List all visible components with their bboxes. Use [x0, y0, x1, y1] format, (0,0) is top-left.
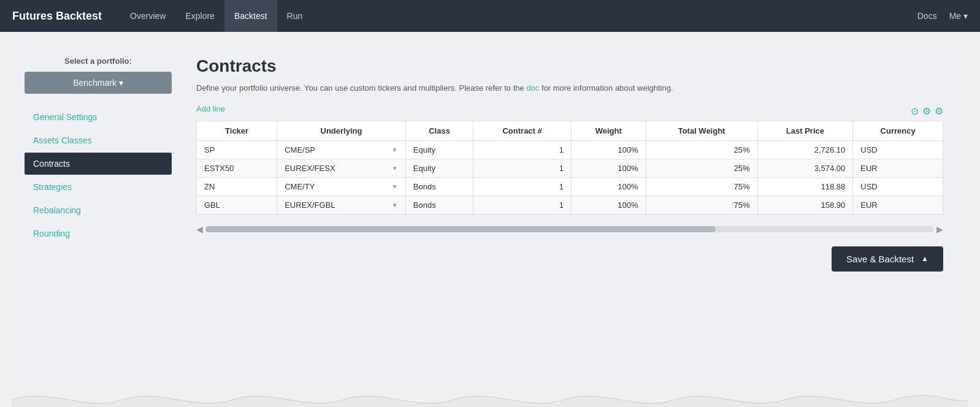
cell-contract-num: 1: [473, 177, 572, 196]
cell-total-weight: 75%: [646, 196, 757, 214]
portfolio-label: Select a portfolio:: [25, 56, 172, 66]
cell-ticker: ESTX50: [197, 159, 277, 177]
brand-title: Futures Backtest: [12, 10, 102, 23]
wave-decoration: [12, 381, 968, 407]
col-currency: Currency: [853, 121, 943, 140]
table-row[interactable]: SP CME/SP ▼ Equity 1 100% 25% 2,726.10 U…: [197, 140, 943, 159]
cell-last-price: 158.90: [757, 196, 853, 214]
cell-class: Bonds: [405, 196, 473, 214]
cell-class: Bonds: [405, 177, 473, 196]
table-row[interactable]: GBL EUREX/FGBL ▼ Bonds 1 100% 75% 158.90…: [197, 196, 943, 214]
sidebar-nav: General Settings Assets Classes Contract…: [25, 106, 172, 245]
table-toolbar: Add line ⊙ ⚙ ⚙: [196, 104, 943, 118]
table-body: SP CME/SP ▼ Equity 1 100% 25% 2,726.10 U…: [197, 140, 943, 214]
settings-icon-1[interactable]: ⊙: [911, 105, 919, 117]
settings-icon-2[interactable]: ⚙: [922, 105, 931, 117]
col-total-weight: Total Weight: [646, 121, 757, 140]
docs-link[interactable]: Docs: [917, 11, 937, 21]
cell-class: Equity: [405, 159, 473, 177]
col-class: Class: [405, 121, 473, 140]
cell-currency: EUR: [853, 196, 943, 214]
table-icons: ⊙ ⚙ ⚙: [911, 105, 943, 117]
save-area: Save & Backtest ▲: [196, 246, 943, 272]
cell-contract-num: 1: [473, 196, 572, 214]
doc-link[interactable]: doc: [526, 83, 539, 93]
nav-backtest[interactable]: Backtest: [224, 0, 277, 32]
cell-class: Equity: [405, 140, 473, 159]
col-contract-num: Contract #: [473, 121, 572, 140]
cell-total-weight: 75%: [646, 177, 757, 196]
settings-icon-3[interactable]: ⚙: [935, 105, 943, 117]
scroll-area: ◀ ▶: [196, 224, 943, 234]
cell-contract-num: 1: [473, 140, 572, 159]
cell-weight: 100%: [571, 196, 646, 214]
sidebar-item-strategies[interactable]: Strategies: [25, 176, 172, 198]
navbar: Futures Backtest Overview Explore Backte…: [0, 0, 980, 32]
col-ticker: Ticker: [197, 121, 277, 140]
content-card: Select a portfolio: Benchmark ▾ General …: [12, 44, 968, 387]
desc-suffix: for more information about weighting.: [542, 83, 673, 93]
nav-right: Docs Me ▾: [917, 11, 968, 21]
scroll-right-arrow[interactable]: ▶: [936, 224, 943, 234]
cell-last-price: 2,726.10: [757, 140, 853, 159]
scrollbar-track[interactable]: [205, 226, 934, 232]
cell-weight: 100%: [571, 140, 646, 159]
nav-overview[interactable]: Overview: [120, 0, 175, 32]
panel-description: Define your portfolio universe. You can …: [196, 82, 943, 94]
cell-currency: USD: [853, 140, 943, 159]
cell-underlying: EUREX/FGBL ▼: [277, 196, 406, 214]
sidebar: Select a portfolio: Benchmark ▾ General …: [25, 56, 184, 375]
table-row[interactable]: ZN CME/TY ▼ Bonds 1 100% 75% 118.88 USD: [197, 177, 943, 196]
cell-underlying: CME/TY ▼: [277, 177, 406, 196]
cell-last-price: 118.88: [757, 177, 853, 196]
scroll-left-arrow[interactable]: ◀: [196, 224, 203, 234]
sidebar-item-general-settings[interactable]: General Settings: [25, 106, 172, 128]
col-underlying: Underlying: [277, 121, 406, 140]
cell-underlying: EUREX/FESX ▼: [277, 159, 406, 177]
desc-text: Define your portfolio universe. You can …: [196, 83, 524, 93]
cell-total-weight: 25%: [646, 159, 757, 177]
nav-explore[interactable]: Explore: [175, 0, 224, 32]
cell-currency: EUR: [853, 159, 943, 177]
cell-weight: 100%: [571, 159, 646, 177]
col-last-price: Last Price: [757, 121, 853, 140]
nav-links: Overview Explore Backtest Run: [120, 0, 917, 32]
cell-contract-num: 1: [473, 159, 572, 177]
portfolio-select-button[interactable]: Benchmark ▾: [25, 72, 172, 94]
cell-currency: USD: [853, 177, 943, 196]
sidebar-item-assets-classes[interactable]: Assets Classes: [25, 129, 172, 151]
cell-weight: 100%: [571, 177, 646, 196]
cell-last-price: 3,574.00: [757, 159, 853, 177]
table-header: Ticker Underlying Class Contract # Weigh…: [197, 121, 943, 140]
contracts-table: Ticker Underlying Class Contract # Weigh…: [196, 121, 943, 215]
sidebar-item-rounding[interactable]: Rounding: [25, 223, 172, 245]
cell-underlying: CME/SP ▼: [277, 140, 406, 159]
me-menu[interactable]: Me ▾: [949, 11, 968, 21]
main-content: Select a portfolio: Benchmark ▾ General …: [0, 32, 980, 407]
table-row[interactable]: ESTX50 EUREX/FESX ▼ Equity 1 100% 25% 3,…: [197, 159, 943, 177]
add-line-button[interactable]: Add line: [196, 104, 225, 113]
arrow-up-icon: ▲: [921, 254, 928, 263]
cell-ticker: SP: [197, 140, 277, 159]
cell-ticker: GBL: [197, 196, 277, 214]
nav-run[interactable]: Run: [277, 0, 313, 32]
page-title: Contracts: [196, 56, 943, 76]
col-weight: Weight: [571, 121, 646, 140]
panel: Contracts Define your portfolio universe…: [184, 56, 955, 375]
save-backtest-button[interactable]: Save & Backtest ▲: [832, 246, 943, 272]
cell-ticker: ZN: [197, 177, 277, 196]
scrollbar-thumb[interactable]: [205, 226, 716, 232]
save-btn-label: Save & Backtest: [846, 254, 914, 264]
sidebar-item-rebalancing[interactable]: Rebalancing: [25, 199, 172, 221]
sidebar-item-contracts[interactable]: Contracts: [25, 153, 172, 175]
cell-total-weight: 25%: [646, 140, 757, 159]
